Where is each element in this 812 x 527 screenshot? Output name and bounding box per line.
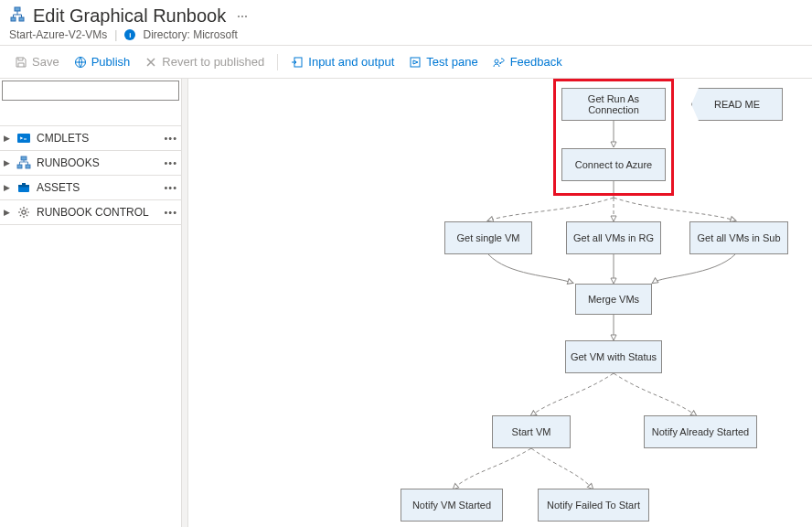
runbooks-icon xyxy=(16,156,31,170)
sidebar-item-label: ASSETS xyxy=(37,181,164,194)
cmdlets-icon xyxy=(16,131,31,145)
test-pane-button[interactable]: Test pane xyxy=(403,51,483,72)
svg-rect-10 xyxy=(26,165,30,168)
svg-rect-7 xyxy=(17,134,30,143)
node-merge-vms[interactable]: Merge VMs xyxy=(575,284,652,315)
diagram-canvas[interactable]: Get Run As Connection Connect to Azure R… xyxy=(188,79,812,527)
svg-rect-13 xyxy=(22,183,26,185)
connector-layer xyxy=(188,79,810,527)
item-more-icon[interactable]: ••• xyxy=(164,133,177,144)
node-get-run-as-connection[interactable]: Get Run As Connection xyxy=(561,88,666,121)
chevron-right-icon: ▶ xyxy=(2,183,11,192)
sidebar-item-assets[interactable]: ▶ ASSETS ••• xyxy=(0,175,181,200)
assets-icon xyxy=(16,180,31,195)
revert-button[interactable]: Revert to published xyxy=(139,51,270,72)
sidebar-item-label: CMDLETS xyxy=(37,132,164,145)
chevron-right-icon: ▶ xyxy=(2,158,11,167)
runbook-name[interactable]: Start-Azure-V2-VMs xyxy=(9,28,107,41)
directory-label: Directory: Microsoft xyxy=(143,28,237,41)
save-icon xyxy=(15,56,27,69)
sidebar-item-label: RUNBOOKS xyxy=(37,156,164,169)
test-pane-icon xyxy=(409,56,422,69)
title-more-menu[interactable]: ⋯ xyxy=(233,10,252,23)
chevron-right-icon: ▶ xyxy=(2,208,11,217)
publish-button[interactable]: Publish xyxy=(69,51,136,72)
svg-rect-12 xyxy=(18,185,29,188)
item-more-icon[interactable]: ••• xyxy=(164,182,177,193)
feedback-icon xyxy=(493,56,506,69)
svg-point-6 xyxy=(495,59,498,63)
node-get-all-vms-rg[interactable]: Get all VMs in RG xyxy=(566,221,661,254)
feedback-button[interactable]: Feedback xyxy=(487,51,568,72)
sidebar-resizer[interactable] xyxy=(181,79,188,527)
sidebar-item-runbook-control[interactable]: ▶ RUNBOOK CONTROL ••• xyxy=(0,199,181,225)
sidebar-item-label: RUNBOOK CONTROL xyxy=(37,206,164,219)
node-get-all-vms-sub[interactable]: Get all VMs in Sub xyxy=(689,221,788,254)
node-get-single-vm[interactable]: Get single VM xyxy=(444,221,532,254)
search-box xyxy=(2,81,179,101)
publish-icon xyxy=(74,56,87,69)
sidebar-item-runbooks[interactable]: ▶ RUNBOOKS ••• xyxy=(0,150,181,176)
command-bar: Save Publish Revert to published Input a… xyxy=(0,46,812,79)
svg-point-14 xyxy=(22,210,26,214)
revert-icon xyxy=(144,56,157,69)
info-icon[interactable]: i xyxy=(124,29,135,40)
item-more-icon[interactable]: ••• xyxy=(164,207,177,218)
chevron-right-icon: ▶ xyxy=(2,134,11,143)
search-input[interactable] xyxy=(2,81,179,101)
svg-rect-0 xyxy=(15,7,20,11)
save-button[interactable]: Save xyxy=(9,51,65,72)
svg-rect-1 xyxy=(11,17,16,21)
node-read-me[interactable]: READ ME xyxy=(691,88,783,121)
node-connect-to-azure[interactable]: Connect to Azure xyxy=(561,148,666,181)
page-header: Edit Graphical Runbook ⋯ Start-Azure-V2-… xyxy=(0,0,812,46)
node-start-vm[interactable]: Start VM xyxy=(492,415,571,448)
page-title: Edit Graphical Runbook xyxy=(33,5,226,27)
node-notify-failed-to-start[interactable]: Notify Failed To Start xyxy=(538,489,649,522)
svg-rect-8 xyxy=(21,156,27,160)
item-more-icon[interactable]: ••• xyxy=(164,157,177,168)
node-get-vm-status[interactable]: Get VM with Status xyxy=(565,340,662,373)
input-output-icon xyxy=(291,56,304,69)
library-sidebar: ▶ CMDLETS ••• ▶ RUNBOOKS ••• ▶ ASSETS ••… xyxy=(0,79,181,527)
input-output-button[interactable]: Input and output xyxy=(285,51,400,72)
node-notify-already-started[interactable]: Notify Already Started xyxy=(644,415,757,448)
sidebar-item-cmdlets[interactable]: ▶ CMDLETS ••• xyxy=(0,125,181,151)
node-notify-vm-started[interactable]: Notify VM Started xyxy=(401,489,503,522)
svg-rect-9 xyxy=(17,165,22,168)
svg-rect-2 xyxy=(19,17,24,21)
gear-icon xyxy=(16,205,31,220)
runbook-graph-icon xyxy=(9,6,26,26)
